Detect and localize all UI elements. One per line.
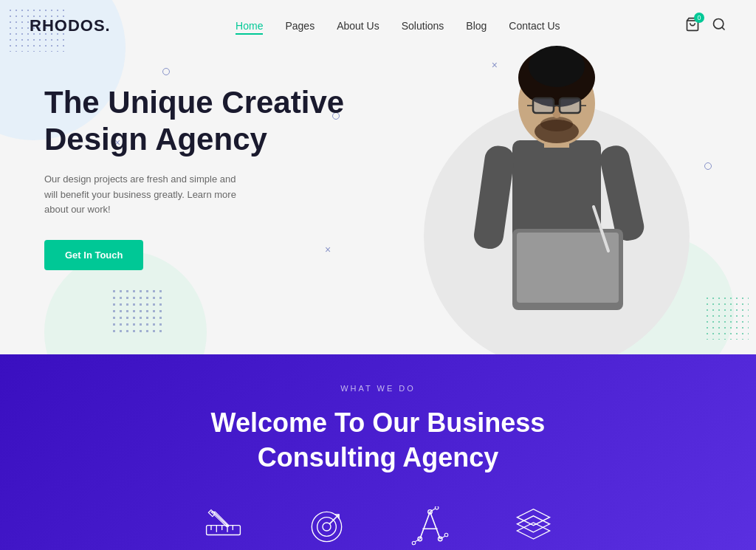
nav-item-pages[interactable]: Pages: [285, 20, 315, 32]
target-icon: [304, 505, 348, 549]
nav-item-contact[interactable]: Contact Us: [509, 20, 560, 32]
svg-marker-29: [208, 510, 215, 517]
deco-o-1: [162, 68, 170, 75]
service-item-design: [201, 505, 245, 549]
section-label: WHAT WE DO: [340, 384, 416, 393]
person-svg: [446, 22, 667, 354]
service-item-typography: [408, 505, 452, 549]
hero-section: × × × The Unique Creative Design Agency …: [0, 0, 756, 354]
svg-rect-12: [560, 98, 580, 113]
logo[interactable]: RHODOS.: [30, 16, 111, 35]
svg-rect-17: [597, 143, 646, 243]
hero-subtitle: Our design projects are fresh and simple…: [44, 172, 251, 218]
svg-point-7: [529, 46, 585, 87]
service-item-target: [304, 505, 348, 549]
nav-item-about[interactable]: About Us: [337, 20, 379, 32]
what-we-do-section: WHAT WE DO Welcome To Our Business Consu…: [0, 354, 756, 550]
hero-title: The Unique Creative Design Agency: [44, 84, 354, 159]
service-item-layers: [511, 505, 555, 549]
hero-content: The Unique Creative Design Agency Our de…: [44, 84, 354, 270]
svg-line-33: [329, 515, 339, 524]
svg-rect-11: [533, 98, 554, 113]
nav-item-home[interactable]: Home: [236, 20, 263, 32]
hero-cta-button[interactable]: Get In Touch: [44, 240, 143, 270]
nav-item-blog[interactable]: Blog: [466, 20, 487, 32]
dots-pattern-bl: [111, 288, 162, 332]
svg-marker-44: [517, 516, 549, 532]
dots-pattern-br: [704, 295, 749, 340]
cart-badge: 0: [694, 13, 704, 23]
svg-line-2: [722, 27, 725, 30]
services-row: [201, 505, 555, 549]
nav-item-solutions[interactable]: Solutions: [402, 20, 444, 32]
svg-point-40: [412, 541, 416, 545]
main-nav: Home Pages About Us Solutions Blog Conta…: [236, 20, 560, 32]
svg-point-38: [435, 506, 439, 509]
layers-icon: [511, 505, 555, 549]
pen-ruler-icon: [201, 505, 245, 549]
svg-point-9: [540, 117, 573, 131]
svg-rect-19: [517, 233, 619, 303]
svg-rect-16: [472, 144, 516, 250]
typography-icon: [408, 505, 452, 549]
svg-point-42: [444, 533, 448, 537]
deco-o-3: [704, 162, 712, 170]
hero-person-image: [416, 15, 697, 354]
search-button[interactable]: [712, 17, 726, 35]
cart-button[interactable]: 0: [685, 17, 700, 35]
nav-icons: 0: [685, 17, 726, 35]
svg-point-1: [714, 18, 724, 28]
section-title: Welcome To Our Business Consulting Agenc…: [211, 406, 546, 475]
header: RHODOS. Home Pages About Us Solutions Bl…: [0, 0, 756, 52]
